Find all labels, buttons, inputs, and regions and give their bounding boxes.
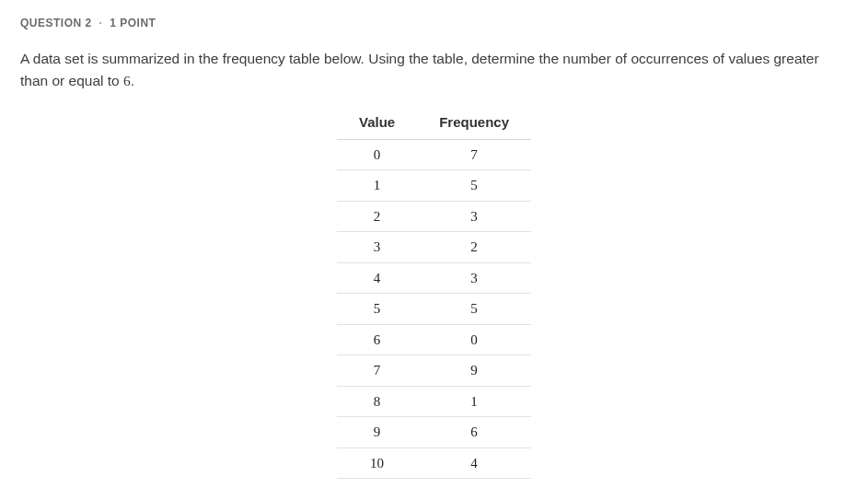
cell-frequency: 4: [417, 447, 531, 479]
prompt-threshold: 6: [123, 73, 131, 88]
cell-value: 3: [337, 232, 417, 263]
table-row: 43: [337, 262, 531, 294]
cell-frequency: 2: [417, 232, 531, 263]
table-row: 55: [337, 294, 531, 325]
cell-value: 9: [337, 417, 417, 448]
cell-frequency: 1: [417, 386, 531, 417]
cell-value: 7: [337, 355, 417, 387]
cell-frequency: 9: [417, 355, 531, 387]
cell-frequency: 5: [417, 294, 531, 325]
cell-value: 6: [337, 324, 417, 355]
cell-value: 1: [337, 170, 417, 202]
cell-frequency: 0: [417, 324, 531, 355]
table-row: 104: [337, 447, 531, 479]
table-row: 81: [337, 386, 531, 417]
question-prompt: A data set is summarized in the frequenc…: [20, 48, 848, 92]
cell-frequency: 3: [417, 262, 531, 294]
cell-value: 10: [337, 447, 417, 479]
table-row: 79: [337, 355, 531, 387]
table-body: 07 15 23 32 43 55 60 79 81 96 104: [337, 139, 531, 479]
prompt-text-after: .: [131, 73, 134, 88]
cell-frequency: 3: [417, 201, 531, 232]
points-label: 1 POINT: [110, 17, 156, 29]
col-header-frequency: Frequency: [417, 109, 531, 139]
cell-frequency: 7: [417, 139, 531, 170]
prompt-text-before: A data set is summarized in the frequenc…: [20, 51, 819, 88]
table-header-row: Value Frequency: [337, 109, 531, 139]
frequency-table: Value Frequency 07 15 23 32 43 55 60 79 …: [337, 109, 531, 479]
table-row: 15: [337, 170, 531, 202]
table-row: 07: [337, 139, 531, 170]
cell-frequency: 6: [417, 417, 531, 448]
cell-value: 5: [337, 294, 417, 325]
question-header: QUESTION 2 · 1 POINT: [20, 15, 848, 31]
table-row: 96: [337, 417, 531, 448]
cell-value: 4: [337, 262, 417, 294]
separator: ·: [99, 17, 103, 29]
table-row: 32: [337, 232, 531, 263]
col-header-value: Value: [337, 109, 417, 139]
cell-frequency: 5: [417, 170, 531, 202]
table-row: 60: [337, 324, 531, 355]
cell-value: 8: [337, 386, 417, 417]
cell-value: 0: [337, 139, 417, 170]
question-label: QUESTION 2: [20, 17, 92, 29]
table-row: 23: [337, 201, 531, 232]
cell-value: 2: [337, 201, 417, 232]
